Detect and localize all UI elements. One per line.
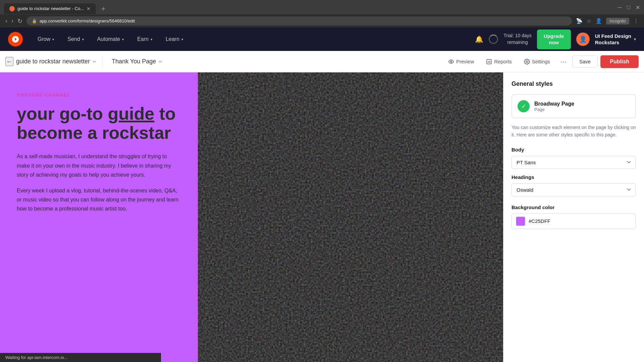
browser-chrome: guide to rockstar newsletter - Co... ✕ ＋… — [0, 0, 644, 27]
profile-icon[interactable]: 👤 — [595, 18, 602, 24]
editor-toolbar: ← guide to rockstar newsletter ✏ Thank Y… — [0, 51, 644, 72]
body-section: Body PT Sans — [512, 147, 636, 174]
maximize-button[interactable]: □ — [627, 4, 630, 11]
bg-color-section: Background color #C25DFF — [512, 204, 636, 229]
panel-title: General styles — [512, 80, 636, 87]
browser-actions: 📡 ☆ 👤 Incognito ⋮ — [576, 18, 639, 24]
headings-font-select[interactable]: Oswald — [512, 183, 636, 196]
loading-spinner — [489, 35, 498, 44]
body-section-title: Body — [512, 147, 636, 153]
channel-label: YOUTUBE CHANNEL — [17, 93, 181, 98]
close-window-button[interactable]: ✕ — [636, 4, 640, 11]
user-name: UI Feed Design Rockstars — [595, 33, 631, 46]
page-body-1: As a self-made musician, I understand th… — [17, 152, 181, 179]
lock-icon: 🔒 — [32, 19, 37, 23]
page-right-section — [198, 72, 503, 362]
new-tab-button[interactable]: ＋ — [97, 3, 109, 14]
top-nav: Grow ▾ Send ▾ Automate ▾ Earn ▾ Learn ▾ … — [0, 27, 644, 51]
page-content: YOUTUBE CHANNEL your go-to guide tobecom… — [0, 72, 503, 362]
minimize-button[interactable]: ─ — [618, 4, 622, 11]
close-tab-button[interactable]: ✕ — [87, 6, 91, 11]
form-name-display: guide to rockstar newsletter ✏ — [16, 58, 97, 65]
bg-color-title: Background color — [512, 204, 636, 210]
canvas[interactable]: YOUTUBE CHANNEL your go-to guide tobecom… — [0, 72, 503, 362]
nav-right: 🔔 Trial: 10 days remaining Upgrade now 👤… — [475, 29, 636, 49]
cast-icon[interactable]: 📡 — [576, 18, 583, 24]
canvas-inner: YOUTUBE CHANNEL your go-to guide tobecom… — [0, 72, 503, 362]
earn-chevron-icon: ▾ — [151, 38, 152, 41]
template-name: Broadway Page — [534, 101, 574, 107]
preview-button[interactable]: Preview — [443, 56, 479, 67]
nav-items: Grow ▾ Send ▾ Automate ▾ Earn ▾ Learn ▾ — [31, 27, 475, 51]
nav-item-earn[interactable]: Earn ▾ — [130, 27, 159, 51]
page-body-2: Every week I upload a vlog, tutorial, be… — [17, 186, 181, 214]
forward-nav-button[interactable]: › — [11, 17, 13, 24]
avatar[interactable]: 👤 — [576, 33, 590, 46]
template-info: Broadway Page Page — [534, 101, 574, 112]
upgrade-button[interactable]: Upgrade now — [537, 29, 571, 49]
panel-description: You can customize each element on the pa… — [512, 124, 636, 139]
color-swatch[interactable] — [516, 217, 525, 226]
svg-point-2 — [526, 61, 528, 62]
thank-you-page-tab[interactable]: Thank You Page ✏ — [108, 58, 167, 65]
nav-item-send[interactable]: Send ▾ — [61, 27, 90, 51]
reload-button[interactable]: ↻ — [17, 17, 22, 25]
edit-form-name-icon[interactable]: ✏ — [93, 59, 97, 64]
publish-button[interactable]: Publish — [600, 55, 639, 68]
browser-tab-bar: guide to rockstar newsletter - Co... ✕ ＋… — [0, 0, 644, 14]
nav-item-learn[interactable]: Learn ▾ — [159, 27, 190, 51]
url-text: app.convertkit.com/forms/designers/56468… — [40, 18, 135, 23]
settings-icon — [524, 59, 530, 65]
toolbar-actions: Preview Reports Settings ⋯ Save Publish — [443, 55, 639, 68]
menu-icon[interactable]: ⋮ — [633, 18, 639, 24]
save-button[interactable]: Save — [572, 56, 598, 67]
logo[interactable] — [8, 32, 23, 47]
headings-section: Headings Oswald — [512, 174, 636, 202]
back-button[interactable]: ← — [5, 57, 13, 66]
bookmark-icon[interactable]: ☆ — [587, 18, 591, 24]
toolbar-divider — [102, 55, 102, 68]
template-card[interactable]: ✓ Broadway Page Page — [512, 94, 636, 118]
nav-item-automate[interactable]: Automate ▾ — [91, 27, 130, 51]
incognito-badge: Incognito — [606, 18, 629, 24]
settings-button[interactable]: Settings — [519, 56, 555, 67]
page-heading: your go-to guide tobecome a rockstar — [17, 104, 181, 142]
bell-icon[interactable]: 🔔 — [475, 35, 483, 43]
trial-text: Trial: 10 days remaining — [503, 33, 532, 46]
headings-section-title: Headings — [512, 174, 636, 180]
learn-chevron-icon: ▾ — [181, 38, 183, 41]
tab-title: guide to rockstar newsletter - Co... — [17, 6, 84, 11]
back-nav-button[interactable]: ‹ — [5, 17, 7, 24]
grow-chevron-icon: ▾ — [52, 38, 54, 41]
browser-address-bar: ‹ › ↻ 🔒 app.convertkit.com/forms/designe… — [0, 14, 644, 27]
user-info[interactable]: UI Feed Design Rockstars ▾ — [595, 33, 636, 46]
address-bar[interactable]: 🔒 app.convertkit.com/forms/designers/564… — [26, 16, 572, 25]
send-chevron-icon: ▾ — [82, 38, 84, 41]
app: Grow ▾ Send ▾ Automate ▾ Earn ▾ Learn ▾ … — [0, 27, 644, 362]
active-tab[interactable]: guide to rockstar newsletter - Co... ✕ — [4, 3, 96, 14]
preview-icon — [448, 59, 454, 65]
main-area: YOUTUBE CHANNEL your go-to guide tobecom… — [0, 72, 644, 362]
automate-chevron-icon: ▾ — [122, 38, 124, 41]
logo-icon — [11, 35, 19, 43]
status-bar: Waiting for api-iam.intercom.io... — [0, 353, 161, 362]
status-text: Waiting for api-iam.intercom.io... — [5, 355, 68, 360]
reports-icon — [486, 59, 492, 65]
page-left-section[interactable]: YOUTUBE CHANNEL your go-to guide tobecom… — [0, 72, 198, 362]
reports-button[interactable]: Reports — [481, 56, 517, 67]
nav-item-grow[interactable]: Grow ▾ — [31, 27, 61, 51]
grainy-overlay — [198, 72, 503, 362]
body-font-select[interactable]: PT Sans — [512, 156, 636, 169]
tab-favicon — [9, 6, 15, 11]
svg-point-0 — [450, 61, 452, 62]
user-chevron-icon: ▾ — [634, 37, 636, 42]
template-type: Page — [534, 107, 574, 112]
edit-page-tab-icon[interactable]: ✏ — [159, 59, 163, 64]
template-check-icon: ✓ — [518, 100, 530, 112]
more-options-button[interactable]: ⋯ — [557, 55, 570, 68]
right-panel: General styles ✓ Broadway Page Page You … — [503, 72, 644, 362]
color-hex-value: #C25DFF — [529, 218, 632, 224]
color-input-row[interactable]: #C25DFF — [512, 214, 636, 229]
